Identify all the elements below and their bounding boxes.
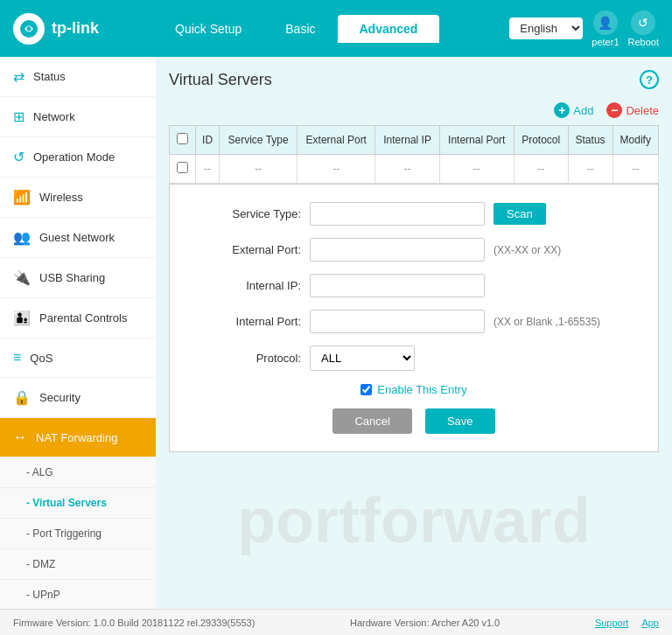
add-icon: + <box>554 102 570 118</box>
col-internal-port: Internal Port <box>439 126 514 155</box>
row-checkbox[interactable] <box>177 162 188 173</box>
tab-basic[interactable]: Basic <box>263 15 337 43</box>
col-protocol: Protocol <box>514 126 568 155</box>
sidebar: ⇄ Status ⊞ Network ↺ Operation Mode 📶 Wi… <box>0 57 156 609</box>
main-content: Virtual Servers ? + Add − Delete ID Serv… <box>156 57 672 609</box>
sidebar-item-status[interactable]: ⇄ Status <box>0 57 156 97</box>
enable-checkbox[interactable] <box>360 384 372 395</box>
nav-tabs: Quick Setup Basic Advanced <box>153 15 509 43</box>
tab-advanced[interactable]: Advanced <box>338 15 440 43</box>
col-id: ID <box>196 126 220 155</box>
sidebar-label-nat-forwarding: NAT Forwarding <box>36 431 117 444</box>
row-internal-port: -- <box>439 155 514 184</box>
user-label: peter1 <box>592 37 619 47</box>
table-row: -- -- -- -- -- -- -- -- <box>170 155 659 184</box>
watermark: portforward <box>237 485 591 556</box>
operation-mode-icon: ↺ <box>13 149 24 165</box>
sidebar-label-security: Security <box>39 391 80 404</box>
wireless-icon: 📶 <box>13 189 31 206</box>
support-link[interactable]: Support <box>595 618 629 628</box>
row-protocol: -- <box>514 155 568 184</box>
row-external-port: -- <box>298 155 375 184</box>
hardware-version: Hardware Version: Archer A20 v1.0 <box>350 618 500 628</box>
guest-network-icon: 👥 <box>13 229 31 246</box>
sidebar-item-parental-controls[interactable]: 👨‍👦 Parental Controls <box>0 298 156 338</box>
sidebar-label-operation-mode: Operation Mode <box>33 150 115 164</box>
col-external-port: External Port <box>298 126 375 155</box>
internal-ip-input[interactable] <box>310 274 485 297</box>
help-icon[interactable]: ? <box>640 70 659 89</box>
add-button[interactable]: + Add <box>554 102 593 118</box>
protocol-label: Protocol: <box>196 352 301 365</box>
delete-button[interactable]: − Delete <box>606 102 659 118</box>
row-status: -- <box>568 155 612 184</box>
sidebar-sub-virtual-servers[interactable]: - Virtual Servers <box>0 488 156 519</box>
col-modify: Modify <box>612 126 658 155</box>
enable-label: Enable This Entry <box>377 383 466 396</box>
cancel-button[interactable]: Cancel <box>332 408 411 434</box>
row-service-type: -- <box>220 155 298 184</box>
sidebar-sub-upnp[interactable]: - UPnP <box>0 580 156 609</box>
reboot-icon: ↺ <box>631 10 655 35</box>
row-modify: -- <box>612 155 658 184</box>
internal-ip-row: Internal IP: <box>196 274 632 297</box>
sidebar-label-usb-sharing: USB Sharing <box>39 271 105 284</box>
action-bar: + Add − Delete <box>169 102 659 118</box>
sidebar-item-security[interactable]: 🔒 Security <box>0 378 156 418</box>
qos-icon: ≡ <box>13 350 21 366</box>
sidebar-sub-port-triggering[interactable]: - Port Triggering <box>0 519 156 549</box>
internal-port-label: Internal Port: <box>196 315 301 328</box>
sidebar-sub-alg[interactable]: - ALG <box>0 457 156 488</box>
footer: Firmware Version: 1.0.0 Build 20181122 r… <box>0 609 672 635</box>
sidebar-sub-dmz[interactable]: - DMZ <box>0 549 156 580</box>
service-type-input[interactable] <box>310 202 485 226</box>
sidebar-item-network[interactable]: ⊞ Network <box>0 97 156 137</box>
enable-row: Enable This Entry <box>196 383 632 396</box>
sidebar-item-nat-forwarding[interactable]: ↔ NAT Forwarding <box>0 418 156 457</box>
sidebar-item-wireless[interactable]: 📶 Wireless <box>0 178 156 218</box>
save-button[interactable]: Save <box>425 408 495 434</box>
delete-icon: − <box>606 102 622 118</box>
scan-button[interactable]: Scan <box>494 203 546 225</box>
col-checkbox <box>170 126 196 155</box>
sidebar-item-usb-sharing[interactable]: 🔌 USB Sharing <box>0 258 156 298</box>
app-link[interactable]: App <box>641 618 659 628</box>
logo-text: tp-link <box>52 19 99 38</box>
internal-port-hint: (XX or Blank ,1-65535) <box>494 316 600 328</box>
external-port-input[interactable] <box>310 238 485 262</box>
protocol-row: Protocol: ALL TCP UDP TCP/UDP <box>196 345 632 371</box>
protocol-select[interactable]: ALL TCP UDP TCP/UDP <box>310 345 415 371</box>
col-service-type: Service Type <box>220 126 298 155</box>
external-port-row: External Port: (XX-XX or XX) <box>196 238 632 262</box>
sidebar-sub-menu: - ALG - Virtual Servers - Port Triggerin… <box>0 457 156 609</box>
language-select[interactable]: English Chinese French German <box>509 17 583 39</box>
tab-quick-setup[interactable]: Quick Setup <box>153 15 263 43</box>
col-status: Status <box>568 126 612 155</box>
reboot-button[interactable]: ↺ Reboot <box>628 10 659 47</box>
add-label: Add <box>573 104 593 117</box>
header: tp-link Quick Setup Basic Advanced Engli… <box>0 0 672 57</box>
sidebar-item-guest-network[interactable]: 👥 Guest Network <box>0 218 156 258</box>
logo: tp-link <box>13 13 153 45</box>
reboot-label: Reboot <box>628 37 659 47</box>
col-internal-ip: Internal IP <box>375 126 439 155</box>
logo-icon <box>13 13 45 45</box>
sidebar-label-status: Status <box>33 70 66 83</box>
footer-links: Support App <box>595 618 659 628</box>
parental-controls-icon: 👨‍👦 <box>13 310 31 326</box>
firmware-version: Firmware Version: 1.0.0 Build 20181122 r… <box>13 618 255 628</box>
sidebar-item-operation-mode[interactable]: ↺ Operation Mode <box>0 137 156 178</box>
sidebar-label-guest-network: Guest Network <box>39 231 115 244</box>
external-port-hint: (XX-XX or XX) <box>494 244 561 256</box>
user-button[interactable]: 👤 peter1 <box>592 10 619 47</box>
virtual-servers-table: ID Service Type External Port Internal I… <box>169 125 659 184</box>
header-right: English Chinese French German 👤 peter1 ↺… <box>509 10 659 47</box>
select-all-checkbox[interactable] <box>177 133 188 144</box>
layout: ⇄ Status ⊞ Network ↺ Operation Mode 📶 Wi… <box>0 57 672 609</box>
sidebar-item-qos[interactable]: ≡ QoS <box>0 338 156 378</box>
sidebar-label-network: Network <box>33 110 75 123</box>
internal-port-input[interactable] <box>310 310 485 333</box>
delete-label: Delete <box>626 104 659 117</box>
row-internal-ip: -- <box>375 155 439 184</box>
internal-ip-label: Internal IP: <box>196 279 301 292</box>
